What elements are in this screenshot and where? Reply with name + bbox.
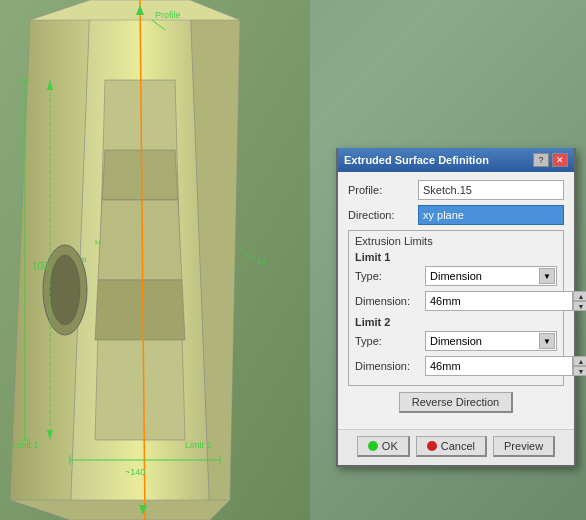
dialog-footer: OK Cancel Preview <box>338 429 574 465</box>
limit1-spinner-up[interactable]: ▲ <box>573 291 586 301</box>
cad-drawing: 100 Limit 1 Limit 2 ~140 Profile H b 10 <box>0 0 310 520</box>
limit2-dim-spinner: ▲ ▼ <box>425 356 586 376</box>
profile-label: Profile: <box>348 184 418 196</box>
dialog-body: Profile: Sketch.15 Direction: xy plane E… <box>338 172 574 429</box>
svg-point-11 <box>50 255 80 325</box>
limit2-spinner-buttons: ▲ ▼ <box>573 356 586 376</box>
dialog-title: Extruded Surface Definition <box>344 154 489 166</box>
svg-marker-8 <box>98 200 182 280</box>
close-button[interactable]: ✕ <box>552 153 568 167</box>
ok-dot <box>368 441 378 451</box>
limit1-type-row: Type: Dimension ▼ <box>355 266 557 286</box>
svg-marker-7 <box>102 150 178 200</box>
limit2-label: Limit 2 <box>355 316 557 328</box>
direction-row: Direction: xy plane <box>348 205 564 225</box>
cancel-dot <box>427 441 437 451</box>
limit2-type-select-wrapper: Dimension ▼ <box>425 331 557 351</box>
help-button[interactable]: ? <box>533 153 549 167</box>
limit1-type-label: Type: <box>355 270 425 282</box>
ok-button[interactable]: OK <box>357 436 410 457</box>
limit2-type-select[interactable]: Dimension <box>425 331 557 351</box>
dialog-titlebar: Extruded Surface Definition ? ✕ <box>338 148 574 172</box>
svg-text:10: 10 <box>257 257 266 266</box>
profile-row: Profile: Sketch.15 <box>348 180 564 200</box>
limit1-type-select[interactable]: Dimension <box>425 266 557 286</box>
limit2-spinner-down[interactable]: ▼ <box>573 366 586 376</box>
reverse-direction-button[interactable]: Reverse Direction <box>399 392 513 413</box>
direction-value[interactable]: xy plane <box>418 205 564 225</box>
svg-text:~140: ~140 <box>125 467 145 477</box>
extruded-surface-dialog: Extruded Surface Definition ? ✕ Profile:… <box>336 148 576 467</box>
limit2-type-label: Type: <box>355 335 425 347</box>
profile-value[interactable]: Sketch.15 <box>418 180 564 200</box>
limit1-dim-label: Dimension: <box>355 295 425 307</box>
svg-text:b: b <box>82 255 87 264</box>
direction-label: Direction: <box>348 209 418 221</box>
limit1-type-select-wrapper: Dimension ▼ <box>425 266 557 286</box>
dialog-controls: ? ✕ <box>533 153 568 167</box>
limit2-dim-label: Dimension: <box>355 360 425 372</box>
limit1-spinner-buttons: ▲ ▼ <box>573 291 586 311</box>
svg-marker-9 <box>95 280 185 340</box>
reverse-btn-container: Reverse Direction <box>348 392 564 413</box>
limit1-dim-spinner: ▲ ▼ <box>425 291 586 311</box>
extrusion-limits-label: Extrusion Limits <box>355 235 557 247</box>
svg-text:Limit 2: Limit 2 <box>185 440 212 450</box>
svg-text:Profile: Profile <box>155 10 181 20</box>
preview-label: Preview <box>504 440 543 452</box>
cancel-button[interactable]: Cancel <box>416 436 487 457</box>
limit2-dim-row: Dimension: ▲ ▼ <box>355 356 557 376</box>
limit1-label: Limit 1 <box>355 251 557 263</box>
limit1-dim-input[interactable] <box>425 291 573 311</box>
svg-text:H: H <box>95 238 101 247</box>
svg-text:100: 100 <box>32 261 49 272</box>
cancel-label: Cancel <box>441 440 475 452</box>
limit1-dim-row: Dimension: ▲ ▼ <box>355 291 557 311</box>
svg-text:Limit 1: Limit 1 <box>12 440 39 450</box>
limit2-dim-input[interactable] <box>425 356 573 376</box>
limit1-spinner-down[interactable]: ▼ <box>573 301 586 311</box>
ok-label: OK <box>382 440 398 452</box>
limit2-type-row: Type: Dimension ▼ <box>355 331 557 351</box>
extrusion-limits-section: Extrusion Limits Limit 1 Type: Dimension… <box>348 230 564 386</box>
limit2-spinner-up[interactable]: ▲ <box>573 356 586 366</box>
preview-button[interactable]: Preview <box>493 436 555 457</box>
